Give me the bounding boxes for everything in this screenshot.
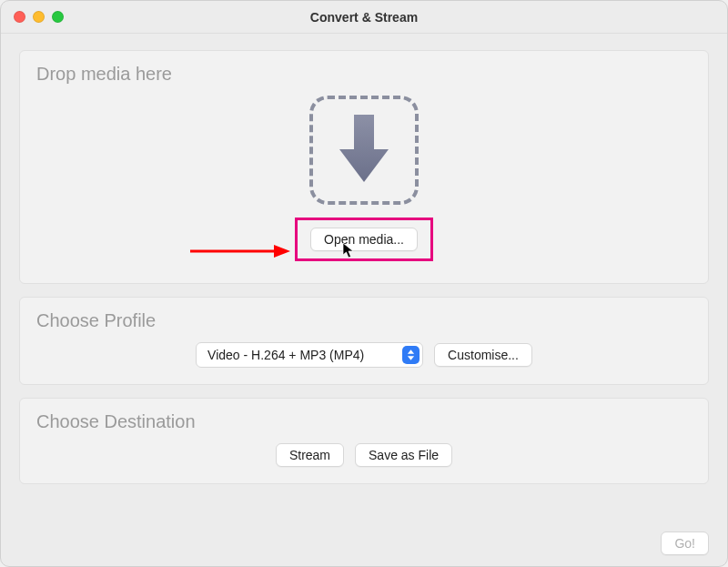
drop-zone[interactable]: Open media...: [36, 96, 692, 267]
window-controls: [14, 11, 64, 23]
chevron-up-down-icon: [402, 346, 420, 364]
drop-media-panel: Drop media here: [19, 50, 709, 284]
open-media-highlight: Open media...: [295, 218, 433, 261]
go-button[interactable]: Go!: [661, 532, 709, 555]
profile-row: Video - H.264 + MP3 (MP4) Customise...: [36, 342, 692, 368]
choose-destination-title: Choose Destination: [36, 411, 692, 432]
close-window-button[interactable]: [14, 11, 25, 23]
window-content: Drop media here: [1, 34, 727, 532]
drop-target[interactable]: [309, 96, 419, 205]
convert-stream-window: Convert & Stream Drop media here: [0, 0, 728, 567]
stream-button[interactable]: Stream: [276, 443, 344, 467]
footer: Go!: [1, 532, 727, 566]
drop-media-title: Drop media here: [36, 64, 692, 85]
window-title: Convert & Stream: [1, 10, 727, 25]
choose-profile-title: Choose Profile: [36, 310, 692, 331]
choose-destination-panel: Choose Destination Stream Save as File: [19, 398, 709, 484]
choose-profile-panel: Choose Profile Video - H.264 + MP3 (MP4)…: [19, 297, 709, 385]
fullscreen-window-button[interactable]: [52, 11, 64, 23]
open-media-button[interactable]: Open media...: [310, 228, 418, 251]
download-arrow-icon: [336, 113, 392, 187]
destination-row: Stream Save as File: [36, 443, 692, 467]
titlebar: Convert & Stream: [1, 1, 727, 34]
save-as-file-button[interactable]: Save as File: [355, 443, 452, 467]
profile-select[interactable]: Video - H.264 + MP3 (MP4): [196, 342, 423, 368]
minimize-window-button[interactable]: [33, 11, 45, 23]
profile-select-value: Video - H.264 + MP3 (MP4): [207, 348, 364, 362]
customise-button[interactable]: Customise...: [434, 343, 532, 367]
